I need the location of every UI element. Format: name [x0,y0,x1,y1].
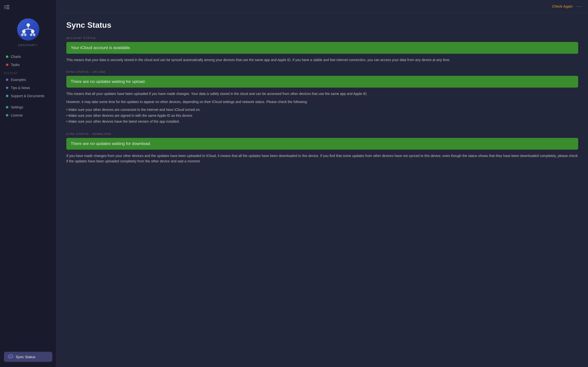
sidebar-item-examples[interactable]: Examples [2,76,54,84]
sync-download-text: If you have made changes from your other… [66,153,578,164]
svg-point-5 [22,30,26,33]
svg-point-4 [27,23,30,27]
charts-label: Charts [11,55,21,59]
svg-line-16 [31,33,33,34]
tips-dot [6,87,8,89]
sidebar-item-support[interactable]: Support & Documents [2,92,54,100]
bullet-1: Make sure your other devices are connect… [66,107,578,113]
sync-download-banner: There are no updates waiting for downloa… [66,138,578,150]
sync-upload-label: SYNC STATUS - UPLOAD [66,70,578,73]
svg-point-11 [24,34,27,36]
app-name-label: ORGCHART+ [18,44,38,47]
svg-point-12 [30,34,32,36]
support-label: Support & Documents [11,94,44,98]
page-title: Sync Status [66,21,578,30]
svg-point-10 [21,34,24,36]
sidebar-item-tips[interactable]: Tips & News [2,84,54,92]
svg-line-15 [24,33,25,34]
tasks-label: Tasks [11,63,20,67]
svg-line-8 [24,29,28,30]
sync-upload-section: SYNC STATUS - UPLOAD There are no update… [66,70,578,124]
sync-status-sidebar-label: Sync Status [16,355,35,359]
svg-rect-0 [4,5,6,9]
account-status-section: ACCOUNT STATUS Your iCloud account is av… [66,37,578,63]
sync-upload-bullets: Make sure your other devices are connect… [66,107,578,124]
svg-point-13 [33,34,35,36]
sync-download-label: SYNC STATUS - DOWNLOAD [66,132,578,135]
sidebar-item-charts[interactable]: Charts [2,53,54,61]
svg-line-14 [22,33,24,34]
sync-upload-text-2: However, it may take some time for the u… [66,99,578,105]
tasks-dot [6,64,8,66]
sidebar-item-settings[interactable]: Settings [2,103,54,111]
svg-rect-3 [6,8,9,9]
license-dot [6,114,8,117]
sidebar-item-sync-status[interactable]: Sync Status [4,352,52,362]
svg-line-9 [28,29,33,30]
tips-label: Tips & News [11,86,30,90]
more-options-button[interactable]: ··· [576,3,582,9]
svg-rect-2 [6,7,9,8]
sidebar-toggle-button[interactable] [3,4,10,12]
sidebar-item-license[interactable]: License [2,111,54,119]
avatar-section: ORGCHART+ [0,13,56,51]
check-again-button[interactable]: Check Again [552,4,573,8]
svg-line-17 [33,33,34,34]
bullet-2: Make sure your other devices are signed … [66,113,578,119]
sync-upload-text-1: This means that all your updates have be… [66,91,578,96]
examples-dot [6,79,8,81]
bullet-3: Make sure your other devices have the la… [66,119,578,125]
account-status-banner: Your iCloud account is available. [66,42,578,54]
account-section-label: ACCOUNT [0,69,56,76]
support-dot [6,95,8,97]
svg-point-6 [31,30,34,33]
account-status-text: This means that your data is securely st… [66,57,578,63]
content-area: Sync Status ACCOUNT STATUS Your iCloud a… [56,13,588,367]
sync-upload-banner: There are no updates waiting for upload. [66,76,578,88]
sync-download-section: SYNC STATUS - DOWNLOAD There are no upda… [66,132,578,164]
examples-label: Examples [11,78,26,82]
avatar [17,18,39,40]
license-label: License [11,113,23,117]
sidebar-item-tasks[interactable]: Tasks [2,61,54,69]
settings-label: Settings [11,105,23,109]
account-status-label: ACCOUNT STATUS [66,37,578,39]
sidebar: ORGCHART+ Charts Tasks ACCOUNT Examples … [0,0,56,367]
cloud-icon [8,354,13,359]
svg-rect-1 [6,5,9,6]
topbar: Check Again ··· [56,0,588,13]
sidebar-top [0,0,56,13]
main-area: Check Again ··· Sync Status ACCOUNT STAT… [56,0,588,367]
charts-dot [6,55,8,58]
settings-dot [6,106,8,108]
sidebar-nav: Charts Tasks ACCOUNT Examples Tips & New… [0,51,56,349]
